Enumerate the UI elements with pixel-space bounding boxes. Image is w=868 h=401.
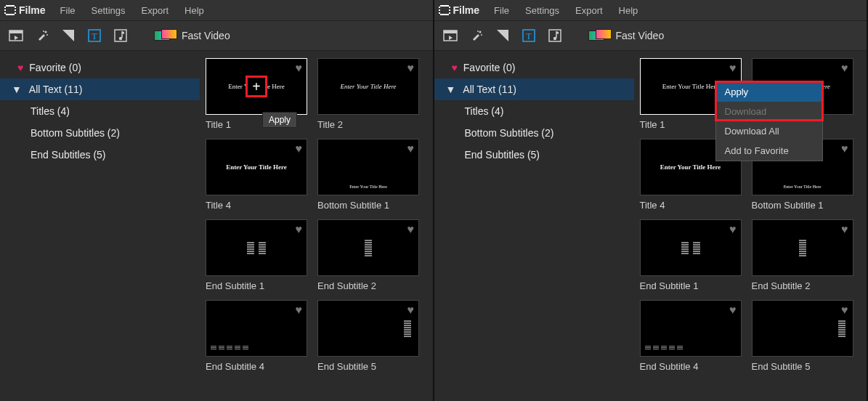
template-thumb-es4[interactable]: ♥ — [640, 300, 742, 357]
template-card[interactable]: ♥ End Subtitle 5 — [752, 300, 853, 372]
media-icon[interactable] — [6, 25, 26, 46]
template-card[interactable]: Enter Your Title Here ♥ + Title 1 Apply — [206, 58, 307, 130]
favorite-heart-icon[interactable]: ♥ — [841, 304, 848, 317]
favorite-heart-icon[interactable]: ♥ — [729, 62, 737, 75]
effects-icon[interactable] — [466, 25, 487, 46]
template-thumb-es2[interactable]: ♥ — [317, 219, 419, 276]
favorite-heart-icon[interactable]: ♥ — [407, 223, 415, 236]
sidebar-item-all-text[interactable]: ▼ All Text (11) — [0, 78, 200, 100]
template-thumb-es5[interactable]: ♥ — [317, 300, 419, 357]
favorite-heart-icon[interactable]: ♥ — [407, 304, 415, 317]
fast-video-button[interactable]: Fast Video — [588, 29, 665, 42]
template-card[interactable]: ♥ End Subtitle 2 — [317, 219, 419, 291]
template-thumb-es1[interactable]: ♥ — [640, 219, 742, 276]
ctx-download[interactable]: Download — [716, 102, 822, 121]
svg-rect-5 — [4, 14, 6, 15]
favorite-heart-icon[interactable]: ♥ — [729, 223, 737, 236]
chevron-down-icon: ▼ — [12, 84, 22, 95]
transitions-icon[interactable] — [58, 25, 78, 46]
svg-point-21 — [119, 37, 122, 40]
text-icon[interactable]: T — [519, 25, 539, 46]
audio-icon[interactable] — [545, 25, 565, 46]
fast-video-label: Fast Video — [616, 30, 665, 41]
sidebar-item-label: Titles (4) — [31, 105, 70, 117]
favorite-heart-icon[interactable]: ♥ — [841, 223, 848, 236]
favorite-heart-icon[interactable]: ♥ — [296, 304, 303, 317]
svg-point-14 — [46, 34, 48, 36]
sidebar-item-favorite[interactable]: ♥ Favorite (0) — [0, 57, 200, 78]
favorite-heart-icon[interactable]: ♥ — [729, 304, 737, 317]
ctx-apply[interactable]: Apply — [716, 82, 822, 102]
fast-video-button[interactable]: Fast Video — [154, 29, 230, 42]
template-thumb-es4[interactable]: ♥ — [206, 300, 307, 357]
template-thumb-es2[interactable]: ♥ — [752, 219, 853, 276]
sidebar-item-end-subtitles[interactable]: End Subtitles (5) — [0, 144, 200, 166]
favorite-heart-icon[interactable]: ♥ — [296, 142, 303, 155]
sidebar-item-titles[interactable]: Titles (4) — [0, 100, 200, 122]
sidebar-item-label: All Text (11) — [463, 84, 516, 95]
template-thumb-title2[interactable]: Enter Your Title Here ♥ — [317, 58, 419, 115]
content-area: Enter Your Title Here ♥ Title 1 Enter Yo… — [634, 51, 867, 401]
favorite-heart-icon[interactable]: ♥ — [841, 62, 848, 75]
audio-icon[interactable] — [110, 25, 131, 46]
template-thumb-bs1[interactable]: Enter Your Title Here ♥ — [317, 139, 419, 195]
sidebar-item-favorite[interactable]: ♥ Favorite (0) — [434, 57, 634, 78]
template-card[interactable]: ♥ End Subtitle 4 — [640, 300, 742, 372]
film-icon — [439, 4, 450, 16]
ctx-add-favorite[interactable]: Add to Favorite — [716, 141, 822, 161]
template-card[interactable]: Enter Your Title Here ♥ Bottom Subtitle … — [317, 139, 419, 211]
menu-export[interactable]: Export — [136, 4, 175, 17]
svg-text:T: T — [526, 31, 532, 41]
thumb-graphic — [645, 346, 683, 352]
template-thumb-title1[interactable]: Enter Your Title Here ♥ + — [206, 58, 307, 115]
template-thumb-es1[interactable]: ♥ — [206, 219, 307, 276]
menu-settings[interactable]: Settings — [519, 4, 565, 17]
template-label: End Subtitle 4 — [206, 361, 307, 372]
template-thumb-es5[interactable]: ♥ — [752, 300, 853, 357]
svg-point-13 — [45, 31, 47, 33]
effects-icon[interactable] — [32, 25, 52, 46]
favorite-heart-icon[interactable]: ♥ — [841, 142, 848, 155]
template-card[interactable]: ♥ End Subtitle 5 — [317, 300, 419, 372]
toolbar: T Fast Video — [434, 20, 867, 51]
template-card[interactable]: ♥ End Subtitle 1 — [640, 219, 742, 291]
thumb-graphic — [404, 320, 411, 337]
svg-rect-6 — [15, 5, 16, 7]
heart-icon: ♥ — [17, 62, 23, 73]
media-icon[interactable] — [440, 25, 461, 46]
menu-export[interactable]: Export — [569, 4, 609, 17]
template-card[interactable]: Enter Your Title Here ♥ Title 2 — [317, 58, 419, 130]
thumb-preview-text: Enter Your Title Here — [658, 83, 723, 90]
favorite-heart-icon[interactable]: ♥ — [407, 62, 415, 75]
sidebar-item-titles[interactable]: Titles (4) — [434, 100, 634, 122]
favorite-heart-icon[interactable]: ♥ — [296, 223, 303, 236]
thumb-graphic — [211, 346, 248, 352]
svg-rect-9 — [15, 14, 16, 15]
svg-rect-4 — [4, 11, 6, 12]
template-label: End Subtitle 4 — [640, 361, 742, 372]
favorite-heart-icon[interactable]: ♥ — [296, 62, 303, 75]
sidebar-item-label: End Subtitles (5) — [31, 149, 106, 161]
favorite-heart-icon[interactable]: ♥ — [407, 142, 415, 155]
menu-file[interactable]: File — [488, 4, 515, 17]
template-thumb-title4[interactable]: Enter Your Title Here ♥ — [206, 139, 307, 195]
apply-plus-button[interactable]: + — [246, 76, 267, 97]
svg-point-37 — [477, 31, 479, 32]
menu-file[interactable]: File — [54, 4, 81, 17]
menu-settings[interactable]: Settings — [86, 4, 131, 17]
template-card[interactable]: ♥ End Subtitle 1 — [206, 219, 307, 291]
sidebar-item-end-subtitles[interactable]: End Subtitles (5) — [434, 144, 634, 166]
thumb-preview-text: Enter Your Title Here — [349, 185, 387, 189]
template-label: Bottom Subtitle 1 — [752, 200, 853, 211]
template-card[interactable]: Enter Your Title Here ♥ Title 4 — [206, 139, 307, 211]
ctx-download-all[interactable]: Download All — [716, 121, 822, 141]
template-card[interactable]: ♥ End Subtitle 2 — [752, 219, 853, 291]
sidebar-item-bottom-subtitles[interactable]: Bottom Subtitles (2) — [0, 122, 200, 144]
sidebar-item-bottom-subtitles[interactable]: Bottom Subtitles (2) — [434, 122, 634, 144]
menu-help[interactable]: Help — [179, 4, 210, 17]
sidebar-item-all-text[interactable]: ▼ All Text (11) — [434, 78, 634, 100]
menu-help[interactable]: Help — [613, 4, 644, 17]
template-card[interactable]: ♥ End Subtitle 4 — [206, 300, 307, 372]
text-icon[interactable]: T — [84, 25, 105, 46]
transitions-icon[interactable] — [492, 25, 513, 46]
